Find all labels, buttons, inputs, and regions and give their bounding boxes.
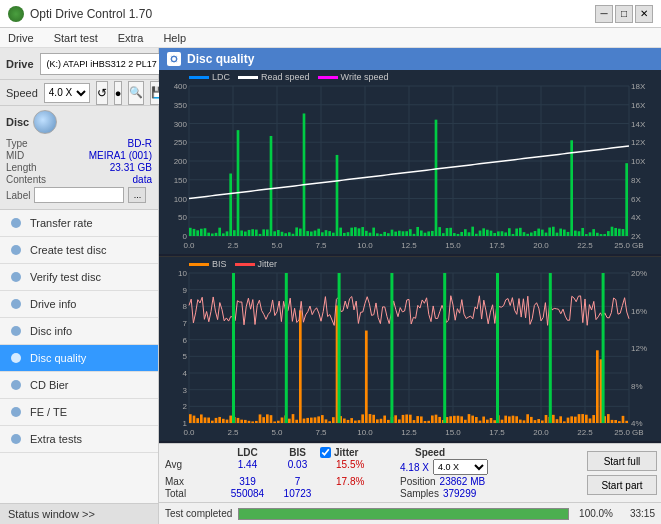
sidebar: Drive (K:) ATAPI iHBS312 2 PL17 ⏏ Speed … [0, 48, 159, 524]
contents-label: Contents [6, 174, 46, 185]
burn-button[interactable]: ● [114, 81, 123, 105]
cd-bier-label: CD Bier [30, 379, 69, 391]
stats-headers: LDC BIS Jitter Speed [165, 447, 577, 458]
minimize-button[interactable]: ─ [595, 5, 613, 23]
menu-extra[interactable]: Extra [114, 32, 148, 44]
position-label: Position [400, 476, 436, 487]
total-stats-row: Total 550084 10723 Samples 379299 [165, 488, 577, 499]
sidebar-item-disc-info[interactable]: Disc info [0, 318, 158, 345]
sidebar-item-fe-te[interactable]: FE / TE [0, 399, 158, 426]
svg-point-5 [11, 353, 21, 363]
sidebar-item-verify-test-disc[interactable]: Verify test disc [0, 264, 158, 291]
titlebar: Opti Drive Control 1.70 ─ □ ✕ [0, 0, 661, 28]
status-window-container: Status window >> [0, 503, 158, 524]
speed-col-header: Speed [400, 447, 460, 458]
position-val: 23862 MB [440, 476, 486, 487]
write-speed-legend-label: Write speed [341, 72, 389, 82]
svg-point-0 [11, 218, 21, 228]
menu-drive[interactable]: Drive [4, 32, 38, 44]
jitter-checkbox[interactable] [320, 447, 331, 458]
sidebar-item-drive-info[interactable]: Drive info [0, 291, 158, 318]
drive-info-icon [8, 296, 24, 312]
mid-value: MEIRA1 (001) [89, 150, 152, 161]
menu-start-test[interactable]: Start test [50, 32, 102, 44]
drive-toolbar: Drive (K:) ATAPI iHBS312 2 PL17 ⏏ [0, 48, 158, 80]
start-full-button[interactable]: Start full [587, 451, 657, 471]
close-button[interactable]: ✕ [635, 5, 653, 23]
max-row-label: Max [165, 476, 220, 487]
disc-quality-title: Disc quality [187, 52, 254, 66]
start-buttons-area: Start full Start part [583, 444, 661, 502]
svg-point-2 [11, 272, 21, 282]
sidebar-item-cd-bier[interactable]: CD Bier [0, 372, 158, 399]
svg-point-7 [11, 407, 21, 417]
progress-percent: 100.0% [575, 508, 613, 519]
disc-panel: Disc Type BD-R MID MEIRA1 (001) Length 2… [0, 106, 158, 210]
fe-te-label: FE / TE [30, 406, 67, 418]
label-label: Label [6, 190, 30, 201]
verify-test-disc-icon [8, 269, 24, 285]
bis-legend-label: BIS [212, 259, 227, 269]
svg-point-6 [11, 380, 21, 390]
app-icon [8, 6, 24, 22]
top-chart: LDC Read speed Write speed [159, 70, 661, 257]
samples-val: 379299 [443, 488, 476, 499]
speed-select[interactable]: 4.0 X [44, 83, 90, 103]
position-container: Position 23862 MB [400, 476, 485, 487]
jitter-total-val [320, 488, 400, 499]
bottom-chart: BIS Jitter [159, 257, 661, 443]
avg-stats-row: Avg 1.44 0.03 15.5% 4.18 X 4.0 X [165, 459, 577, 475]
ldc-avg-val: 1.44 [220, 459, 275, 475]
svg-point-10 [172, 57, 176, 61]
disc-info-label: Disc info [30, 325, 72, 337]
progress-bar-row: Test completed 100.0% 33:15 [159, 502, 661, 524]
scan-button[interactable]: 🔍 [128, 81, 144, 105]
speed-label: Speed [6, 87, 38, 99]
max-stats-row: Max 319 7 17.8% Position 23862 MB [165, 476, 577, 487]
drive-info-label: Drive info [30, 298, 76, 310]
read-speed-legend-label: Read speed [261, 72, 310, 82]
ldc-max-val: 319 [220, 476, 275, 487]
sidebar-item-disc-quality[interactable]: Disc quality [0, 345, 158, 372]
disc-section-title: Disc [6, 116, 29, 128]
main-layout: Drive (K:) ATAPI iHBS312 2 PL17 ⏏ Speed … [0, 48, 661, 524]
bis-max-val: 7 [275, 476, 320, 487]
sidebar-item-extra-tests[interactable]: Extra tests [0, 426, 158, 453]
fe-te-icon [8, 404, 24, 420]
jitter-col-header: Jitter [334, 447, 358, 458]
disc-icon [33, 110, 57, 134]
svg-point-8 [11, 434, 21, 444]
sidebar-item-create-test-disc[interactable]: Create test disc [0, 237, 158, 264]
elapsed-time: 33:15 [619, 508, 655, 519]
status-window-label: Status window >> [8, 508, 95, 520]
drive-select[interactable]: (K:) ATAPI iHBS312 2 PL17 [40, 53, 177, 75]
samples-container: Samples 379299 [400, 488, 476, 499]
start-part-button[interactable]: Start part [587, 475, 657, 495]
jitter-legend-label: Jitter [258, 259, 278, 269]
svg-point-4 [11, 326, 21, 336]
cd-bier-icon [8, 377, 24, 393]
label-browse-button[interactable]: ... [128, 187, 146, 203]
create-test-disc-icon [8, 242, 24, 258]
label-input[interactable] [34, 187, 124, 203]
total-row-label: Total [165, 488, 220, 499]
speed-select2[interactable]: 4.0 X [433, 459, 488, 475]
type-label: Type [6, 138, 28, 149]
disc-quality-icon [8, 350, 24, 366]
jitter-col-header-container: Jitter [320, 447, 400, 458]
ldc-legend-color [189, 76, 209, 79]
maximize-button[interactable]: □ [615, 5, 633, 23]
speed-val-container: 4.18 X 4.0 X [400, 459, 488, 475]
top-chart-legend: LDC Read speed Write speed [159, 70, 661, 82]
sidebar-item-transfer-rate[interactable]: Transfer rate [0, 210, 158, 237]
speed-val: 4.18 X [400, 462, 429, 473]
refresh-button[interactable]: ↺ [96, 81, 108, 105]
status-window-button[interactable]: Status window >> [0, 503, 158, 524]
drive-label: Drive [6, 58, 34, 70]
stats-row: LDC BIS Jitter Speed Avg 1.44 0.03 15.5%… [159, 443, 661, 502]
right-panel: Disc quality LDC Read speed [159, 48, 661, 524]
bis-jitter-chart-canvas [159, 269, 661, 441]
jitter-avg-val: 15.5% [320, 459, 400, 475]
bis-legend-color [189, 263, 209, 266]
menu-help[interactable]: Help [159, 32, 190, 44]
